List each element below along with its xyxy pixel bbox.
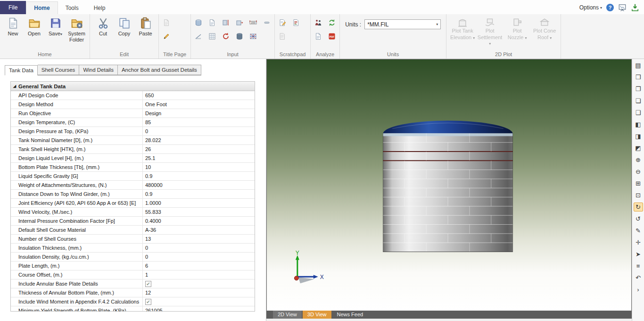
checkbox-icon[interactable] [145, 281, 151, 287]
grid-row-value[interactable]: 261005 [143, 306, 255, 312]
tab-tools[interactable]: Tools [58, 2, 86, 14]
dimension-2000-button[interactable] [248, 17, 258, 28]
expand-icon[interactable]: › [634, 285, 643, 294]
grid-row-value[interactable]: 85 [143, 118, 255, 127]
grid-row-value[interactable]: 0 [143, 127, 255, 135]
plot-cone-roof-button[interactable]: Plot ConeRoof [531, 15, 558, 40]
grid-row-value[interactable]: 480000 [143, 181, 255, 189]
cut-button[interactable]: Cut [92, 15, 114, 48]
shade-mode-1-icon[interactable]: ◧ [634, 120, 643, 129]
grid-row-value[interactable]: 28.022 [143, 136, 255, 144]
grid-row: Insulation Thickness, (mm.)0 [11, 244, 255, 253]
print-icon[interactable]: ▤ [634, 61, 643, 70]
grid-row-value[interactable]: 6 [143, 262, 255, 270]
pdf-export-button[interactable] [327, 31, 337, 42]
open-button[interactable]: Open [24, 15, 45, 48]
download-icon[interactable] [631, 3, 639, 12]
grid-row-value[interactable]: A-36 [143, 226, 255, 234]
view-window-3-icon[interactable]: ❏ [634, 96, 643, 105]
grid-row-value[interactable]: 0 [143, 244, 255, 252]
scratchpad-results-button[interactable] [291, 17, 301, 28]
shell-dimensions-button[interactable] [221, 17, 231, 28]
paste-button[interactable]: Paste [135, 15, 156, 48]
plot-settlement-button[interactable]: PlotSettlement [476, 15, 504, 46]
checkbox-icon[interactable] [145, 299, 151, 305]
tab-wind-details[interactable]: Wind Details [79, 65, 118, 75]
grid-row-value[interactable]: 25.1 [143, 154, 255, 162]
tab-shell-courses[interactable]: Shell Courses [38, 65, 80, 75]
view-window-4-icon[interactable]: ❑ [634, 108, 643, 117]
new-button[interactable]: New [2, 15, 24, 48]
3d-scene[interactable]: YX [266, 59, 632, 311]
plot-nozzle-button[interactable]: PlotNozzle [504, 15, 531, 40]
orbit-icon[interactable]: ↻ [634, 203, 643, 211]
view-window-2-icon[interactable]: ❐ [634, 84, 643, 93]
view-list-icon[interactable]: ≡ [634, 262, 643, 270]
grid-row-value[interactable]: One Foot [143, 100, 255, 109]
system-folder-button[interactable]: System Folder [66, 15, 87, 48]
help-icon[interactable]: ? [606, 4, 614, 11]
grid-row-value[interactable] [143, 279, 255, 288]
tank-3d-button[interactable] [234, 31, 245, 42]
tank-document-button[interactable] [207, 17, 217, 28]
zoom-window-icon[interactable]: ⊞ [634, 179, 643, 188]
previous-view-icon[interactable]: ↶ [634, 273, 643, 282]
units-combobox[interactable]: *MM.FIL [364, 19, 441, 29]
grid-row-value[interactable]: 0 [143, 253, 255, 261]
tab-help[interactable]: Help [86, 2, 113, 14]
drawing-board-icon[interactable] [618, 3, 627, 12]
copy-button[interactable]: Copy [114, 15, 135, 48]
grid-row-value[interactable]: 650 [143, 91, 255, 100]
wind-rose-button[interactable] [248, 31, 258, 42]
grade-settlement-button[interactable] [193, 31, 204, 42]
grid-row-value[interactable] [143, 297, 255, 306]
view-window-1-icon[interactable]: ❒ [634, 73, 643, 82]
view-tab-news-feed[interactable]: News Feed [332, 311, 368, 319]
grid-row-label: Include Wind Moment in Appendix F.4.2 Ca… [17, 297, 143, 306]
annotate-icon[interactable]: ✎ [634, 226, 643, 235]
pan-icon[interactable]: ✛ [634, 238, 643, 247]
grid-row-value[interactable]: 12 [143, 288, 255, 297]
zoom-out-icon[interactable]: ⊖ [634, 167, 643, 176]
nozzle-input-button[interactable] [234, 17, 245, 28]
refresh-analysis-button[interactable] [327, 17, 337, 28]
grid-row-value[interactable]: 0.9 [143, 190, 255, 198]
view-tab-3d-view[interactable]: 3D View [303, 311, 331, 319]
view-tab-2d-view[interactable]: 2D View [273, 311, 302, 319]
grid-group-header[interactable]: ◢ General Tank Data [11, 82, 255, 91]
grid-row-value[interactable]: 0.4000 [143, 217, 255, 225]
tab-home[interactable]: Home [26, 1, 58, 14]
tank-general-button[interactable] [193, 17, 204, 28]
grid-row-value[interactable]: Design [143, 109, 255, 118]
run-analysis-button[interactable] [313, 17, 323, 28]
rotate-view-icon[interactable]: ↺ [634, 214, 643, 223]
output-report-button[interactable] [313, 31, 323, 42]
grid-row-value[interactable]: 13 [143, 235, 255, 243]
tab-file[interactable]: File [0, 1, 26, 14]
options-dropdown[interactable]: Options [579, 4, 602, 11]
grid-row-label: Insulation Density, (kg./cu.cm.) [17, 253, 143, 261]
grid-row-value[interactable]: 55.833 [143, 208, 255, 216]
grid-row-label: Liquid Specific Gravity [G] [17, 172, 143, 180]
plot-tank-elevation-button[interactable]: Plot TankElevation [449, 15, 476, 40]
zoom-extents-icon[interactable]: ⊡ [634, 191, 643, 200]
scratchpad-report-button[interactable] [277, 31, 288, 42]
grid-row-value[interactable]: 0.9 [143, 172, 255, 180]
settlement-grid-button[interactable] [207, 31, 217, 42]
zoom-in-icon[interactable]: ⊕ [634, 155, 643, 164]
tab-tank-data[interactable]: Tank Data [5, 65, 38, 76]
tab-anchor-bolt-and-gusset-details[interactable]: Anchor Bolt and Gusset Details [118, 65, 201, 75]
refresh-input-button[interactable] [221, 31, 231, 42]
shade-mode-2-icon[interactable]: ◨ [634, 132, 643, 141]
divider-tool-button[interactable] [262, 17, 272, 28]
grid-row-value[interactable]: 1 [143, 270, 255, 279]
select-icon[interactable]: ➤ [634, 250, 643, 259]
grid-row-value[interactable]: 10 [143, 163, 255, 171]
save-button[interactable]: Save [45, 15, 66, 48]
edit-title-page-button[interactable] [161, 31, 172, 42]
shade-mode-3-icon[interactable]: ◩ [634, 144, 643, 152]
title-page-button[interactable] [161, 17, 172, 28]
grid-row-value[interactable]: 26 [143, 145, 255, 153]
scratchpad-button[interactable] [277, 17, 288, 28]
grid-row-value[interactable]: 1.0000 [143, 199, 255, 207]
